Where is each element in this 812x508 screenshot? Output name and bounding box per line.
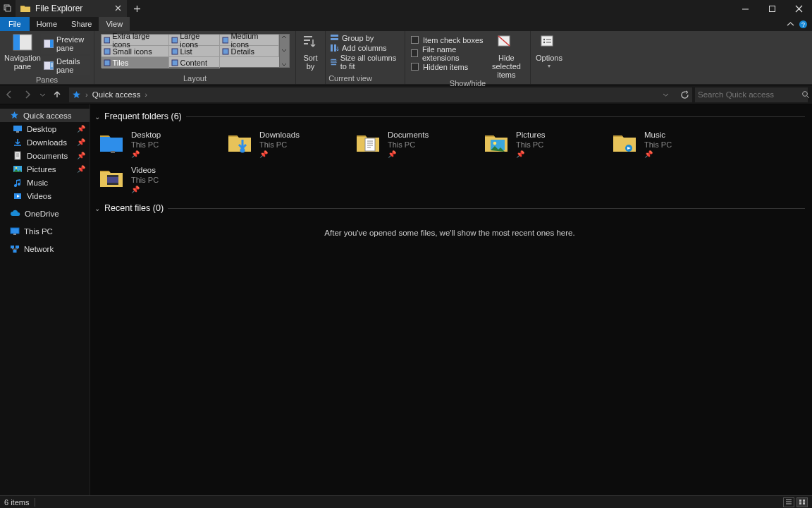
options-icon [539,34,559,52]
layout-option-large-icons[interactable]: Large icons [169,35,220,46]
svg-rect-12 [171,37,177,43]
search-input[interactable] [698,90,801,99]
checkbox-file-name-extensions[interactable]: File name extensions [411,47,487,59]
folder-icon [20,4,31,13]
collapse-icon[interactable]: ⌄ [94,113,100,121]
refresh-button[interactable] [677,90,692,99]
navigation-tree[interactable]: Quick access Desktop📌Downloads📌Documents… [0,104,90,495]
nav-recent-dropdown[interactable] [37,85,48,104]
close-button[interactable] [785,0,812,17]
svg-point-32 [16,167,18,169]
layout-option-extra-large-icons[interactable]: Extra large icons [102,35,169,46]
sort-by-button[interactable]: Sort by [300,32,321,71]
minimize-button[interactable] [732,0,758,17]
address-dropdown-icon[interactable] [658,92,672,98]
folder-documents[interactable]: DocumentsThis PC📌 [351,127,479,158]
hide-selected-items-button[interactable]: Hide selected items [487,32,526,79]
svg-point-25 [543,39,545,40]
checkbox-item-check-boxes[interactable]: Item check boxes [411,34,487,46]
tree-item-music[interactable]: Music [0,176,90,189]
recent-files-empty-message: After you've opened some files, we'll sh… [94,229,805,237]
layout-option-list[interactable]: List [169,46,220,57]
desktop-icon [13,124,23,133]
svg-rect-8 [50,40,54,48]
search-icon[interactable] [801,90,810,99]
folder-icon [227,130,252,154]
folder-pictures[interactable]: PicturesThis PC📌 [479,127,608,158]
pin-icon: 📌 [77,125,85,133]
tree-network[interactable]: Network [0,242,90,255]
videos-icon [13,191,23,200]
folder-music[interactable]: MusicThis PC📌 [608,127,736,158]
svg-rect-49 [799,500,801,502]
network-icon [10,245,20,253]
maximize-button[interactable] [758,0,785,17]
tab-close-icon[interactable] [113,3,123,13]
collapse-icon[interactable]: ⌄ [94,205,100,212]
layout-gallery[interactable]: Extra large iconsLarge iconsMedium icons… [101,34,280,68]
sort-icon [301,34,321,52]
cv-add-columns[interactable]: Add columns [330,44,400,52]
options-button[interactable]: Options ▾ [535,32,563,71]
tree-quick-access[interactable]: Quick access [0,109,90,122]
view-details-toggle[interactable] [783,497,794,507]
menu-share[interactable]: Share [64,17,99,31]
folder-icon [484,130,509,154]
search-box[interactable] [695,87,808,102]
cv-group-by[interactable]: Group by [330,34,400,42]
folder-videos[interactable]: VideosThis PC📌 [94,162,223,193]
section-recent-files[interactable]: ⌄ Recent files (0) [94,203,805,213]
view-large-icons-toggle[interactable] [796,497,808,507]
svg-rect-6 [13,35,20,50]
svg-point-41 [240,148,245,153]
svg-rect-18 [172,60,178,66]
folder-icon [99,130,124,154]
new-tab-button[interactable] [127,5,147,13]
folder-desktop[interactable]: DesktopThis PC📌 [94,127,223,158]
tree-item-videos[interactable]: Videos [0,189,90,202]
ribbon-collapse-icon[interactable] [787,20,794,28]
svg-rect-34 [11,228,19,234]
section-frequent-folders[interactable]: ⌄ Frequent folders (6) [94,111,805,121]
layout-option-small-icons[interactable]: Small icons [102,46,169,57]
onedrive-icon [10,210,20,217]
title-drag-region[interactable] [147,0,732,17]
help-icon[interactable]: ? [799,20,808,29]
svg-rect-29 [16,131,19,133]
menu-home[interactable]: Home [30,17,64,31]
system-menu-icon[interactable] [0,0,16,17]
tree-onedrive[interactable]: OneDrive [0,207,90,220]
details-pane-button[interactable]: Details pane [41,56,90,75]
folder-downloads[interactable]: DownloadsThis PC📌 [223,127,351,158]
preview-pane-button[interactable]: Preview pane [41,34,90,54]
menu-view[interactable]: View [99,17,130,31]
cv-size-all-columns-to-fit[interactable]: Size all columns to fit [330,54,400,71]
title-bar-left: File Explorer [0,0,147,17]
menu-spacer [130,17,787,31]
tree-item-downloads[interactable]: Downloads📌 [0,135,90,149]
tree-item-documents[interactable]: Documents📌 [0,149,90,162]
layout-option-medium-icons[interactable]: Medium icons [220,35,279,46]
menu-file[interactable]: File [0,17,30,31]
tree-item-desktop[interactable]: Desktop📌 [0,122,90,135]
nav-back-button[interactable] [0,85,18,104]
pictures-icon [13,164,23,174]
svg-rect-28 [13,126,22,131]
checkbox-hidden-items[interactable]: Hidden items [411,61,487,73]
tree-item-pictures[interactable]: Pictures📌 [0,162,90,176]
quick-access-star-icon [10,111,19,120]
tab-file-explorer[interactable]: File Explorer [16,0,127,17]
breadcrumb-location[interactable]: Quick access [92,90,140,99]
layout-option-details[interactable]: Details [220,46,279,57]
layout-option-tiles[interactable]: Tiles [102,57,169,68]
layout-option-content[interactable]: Content [169,57,220,68]
navigation-pane-button[interactable]: Navigation pane [4,32,41,71]
svg-rect-10 [50,62,54,70]
nav-forward-button[interactable] [18,85,37,104]
address-box[interactable]: › Quick access › [69,87,692,102]
nav-up-button[interactable] [48,85,66,104]
layout-gallery-scroll[interactable] [280,34,290,68]
folder-icon [99,165,124,189]
tree-this-pc[interactable]: This PC [0,224,90,238]
status-bar: 6 items [0,495,812,508]
